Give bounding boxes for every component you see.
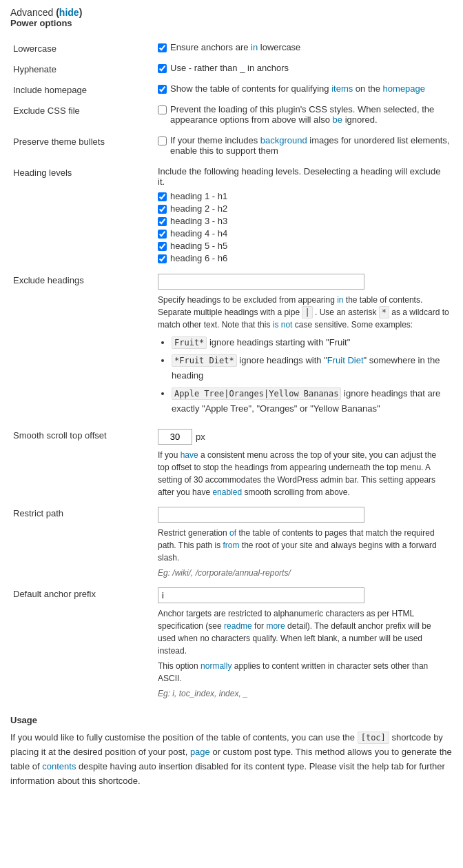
heading4-row: heading 4 - h4 (158, 228, 450, 239)
smooth-scroll-row: Smooth scroll top offset px If you have … (10, 425, 453, 503)
advanced-header: Advanced (hide) (10, 7, 453, 18)
exclude-headings-input[interactable] (158, 274, 364, 290)
restrict-path-row: Restrict path Restrict generation of the… (10, 503, 453, 583)
smooth-scroll-label: Smooth scroll top offset (10, 425, 155, 503)
heading6-row: heading 6 - h6 (158, 253, 450, 263)
exclude-css-checkbox-row: Prevent the loading of this plugin's CSS… (158, 104, 450, 125)
power-options-title: Power options (10, 18, 453, 28)
include-homepage-label: Include homepage (10, 79, 155, 100)
exclude-headings-row: Exclude headings Specify headings to be … (10, 270, 453, 425)
hyphenate-label: Hyphenate (10, 59, 155, 79)
exclude-headings-content: Specify headings to be excluded from app… (155, 270, 453, 425)
hyphenate-content: Use - rather than _ in anchors (155, 59, 453, 79)
include-homepage-checkbox-row: Show the table of contents for qualifyin… (158, 83, 450, 94)
heading4-checkbox[interactable] (158, 230, 167, 239)
heading-levels-content: Include the following heading levels. De… (155, 162, 453, 270)
preserve-bullets-label: Preserve theme bullets (10, 131, 155, 162)
default-anchor-example: Eg: i, toc_index, index, _ (158, 687, 450, 700)
usage-text: If you would like to fully customise the… (10, 731, 453, 788)
example3-code: Apple Tree|Oranges|Yellow Bananas (172, 387, 341, 400)
heading5-label: heading 5 - h5 (170, 241, 227, 251)
heading1-checkbox[interactable] (158, 192, 167, 201)
heading-levels-intro: Include the following heading levels. De… (158, 166, 450, 187)
example1: Fruit* ignore headings starting with "Fr… (172, 335, 450, 350)
heading1-row: heading 1 - h1 (158, 191, 450, 201)
lowercase-checkbox-label: Ensure anchors are in lowercase (170, 42, 300, 52)
exclude-headings-label: Exclude headings (10, 270, 155, 425)
heading2-row: heading 2 - h2 (158, 203, 450, 214)
asterisk-code: * (379, 306, 389, 319)
example3: Apple Tree|Oranges|Yellow Bananas ignore… (172, 386, 450, 416)
hyphenate-checkbox-row: Use - rather than _ in anchors (158, 63, 450, 73)
advanced-title: Advanced (10, 7, 53, 18)
example2-code: *Fruit Diet* (172, 354, 237, 367)
hyphenate-checkbox-label: Use - rather than _ in anchors (170, 63, 289, 73)
exclude-css-row: Exclude CSS file Prevent the loading of … (10, 100, 453, 131)
example1-code: Fruit* (172, 336, 207, 349)
heading3-row: heading 3 - h3 (158, 216, 450, 226)
restrict-path-content: Restrict generation of the table of cont… (155, 503, 453, 583)
default-anchor-desc1: Anchor targets are restricted to alphanu… (158, 607, 450, 657)
example2: *Fruit Diet* ignore headings with "Fruit… (172, 353, 450, 383)
exclude-css-content: Prevent the loading of this plugin's CSS… (155, 100, 453, 131)
include-homepage-checkbox[interactable] (158, 85, 167, 94)
restrict-path-example: Eg: /wiki/, /corporate/annual-reports/ (158, 567, 450, 579)
heading3-label: heading 3 - h3 (170, 216, 227, 226)
include-homepage-checkbox-label: Show the table of contents for qualifyin… (170, 83, 425, 94)
lowercase-checkbox-row: Ensure anchors are in lowercase (158, 42, 450, 52)
heading1-label: heading 1 - h1 (170, 191, 227, 201)
default-anchor-content: Anchor targets are restricted to alphanu… (155, 583, 453, 704)
lowercase-label: Lowercase (10, 38, 155, 59)
heading2-checkbox[interactable] (158, 205, 167, 214)
restrict-path-input[interactable] (158, 507, 364, 523)
settings-table: Lowercase Ensure anchors are in lowercas… (10, 38, 453, 704)
usage-section: Usage If you would like to fully customi… (10, 715, 453, 788)
default-anchor-label: Default anchor prefix (10, 583, 155, 704)
exclude-css-checkbox-label: Prevent the loading of this plugin's CSS… (170, 104, 450, 125)
pipe-code: | (302, 306, 312, 319)
hyphenate-checkbox[interactable] (158, 64, 167, 73)
preserve-bullets-checkbox[interactable] (158, 137, 167, 145)
heading6-label: heading 6 - h6 (170, 253, 227, 263)
preserve-bullets-row: Preserve theme bullets If your theme inc… (10, 131, 453, 162)
preserve-bullets-checkbox-label: If your theme includes background images… (170, 135, 450, 156)
heading-levels-label: Heading levels (10, 162, 155, 270)
default-anchor-input[interactable] (158, 587, 364, 603)
include-homepage-content: Show the table of contents for qualifyin… (155, 79, 453, 100)
include-homepage-row: Include homepage Show the table of conte… (10, 79, 453, 100)
heading6-checkbox[interactable] (158, 254, 167, 263)
exclude-headings-desc: Specify headings to be excluded from app… (158, 294, 450, 331)
heading2-label: heading 2 - h2 (170, 203, 227, 214)
smooth-scroll-input[interactable] (158, 429, 192, 445)
smooth-scroll-desc: If you have a consistent menu across the… (158, 449, 450, 498)
smooth-scroll-input-row: px (158, 429, 450, 445)
usage-title: Usage (10, 715, 453, 725)
lowercase-row: Lowercase Ensure anchors are in lowercas… (10, 38, 453, 59)
default-anchor-desc2: This option normally applies to content … (158, 660, 450, 685)
heading5-checkbox[interactable] (158, 242, 167, 251)
exclude-css-label: Exclude CSS file (10, 100, 155, 131)
hyphenate-row: Hyphenate Use - rather than _ in anchors (10, 59, 453, 79)
heading3-checkbox[interactable] (158, 217, 167, 226)
heading5-row: heading 5 - h5 (158, 241, 450, 251)
exclude-css-checkbox[interactable] (158, 105, 167, 114)
heading-levels-row: Heading levels Include the following hea… (10, 162, 453, 270)
toc-shortcode: [toc] (358, 731, 389, 744)
heading4-label: heading 4 - h4 (170, 228, 227, 239)
exclude-examples-list: Fruit* ignore headings starting with "Fr… (172, 335, 450, 416)
smooth-scroll-content: px If you have a consistent menu across … (155, 425, 453, 503)
restrict-path-label: Restrict path (10, 503, 155, 583)
preserve-bullets-content: If your theme includes background images… (155, 131, 453, 162)
lowercase-checkbox[interactable] (158, 43, 167, 52)
restrict-path-desc: Restrict generation of the table of cont… (158, 527, 450, 564)
hide-link[interactable]: hide (59, 7, 79, 18)
preserve-bullets-checkbox-row: If your theme includes background images… (158, 135, 450, 156)
heading-levels-list: heading 1 - h1 heading 2 - h2 heading 3 … (158, 191, 450, 263)
lowercase-content: Ensure anchors are in lowercase (155, 38, 453, 59)
smooth-scroll-unit: px (196, 432, 205, 442)
default-anchor-row: Default anchor prefix Anchor targets are… (10, 583, 453, 704)
